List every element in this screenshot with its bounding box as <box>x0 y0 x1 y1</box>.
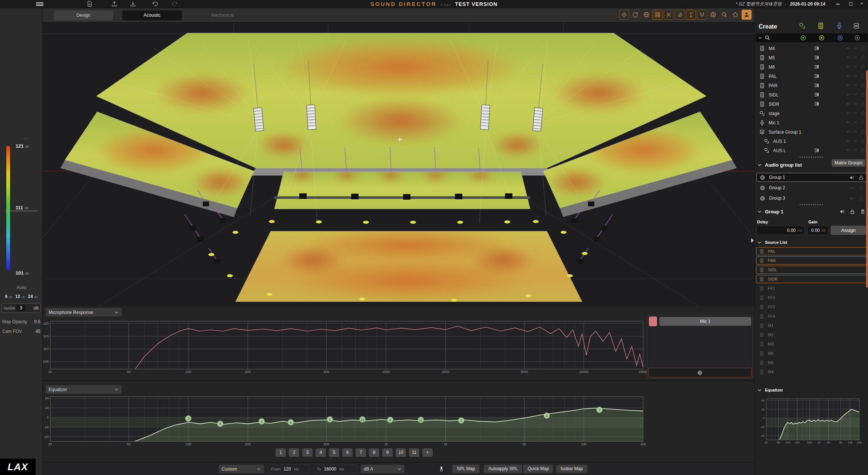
chevron-down-icon[interactable] <box>757 388 762 393</box>
grid-icon[interactable] <box>653 10 663 20</box>
measure-cross-icon[interactable] <box>664 10 674 20</box>
map-opacity-control[interactable]: Map Opacity0.5 <box>2 319 40 324</box>
speaker-icon[interactable] <box>849 186 854 190</box>
autoapply-spl-button[interactable]: Autoapply SPL <box>484 465 522 473</box>
add-microphone-icon[interactable] <box>836 22 845 31</box>
globe-icon[interactable] <box>641 10 651 20</box>
delay-input[interactable]: 0.00ms <box>756 226 805 235</box>
lock-icon[interactable] <box>861 101 865 106</box>
visibility-icon[interactable] <box>853 73 858 78</box>
visibility-icon[interactable] <box>853 92 858 97</box>
lock-icon[interactable] <box>861 55 865 60</box>
eq-band-button[interactable]: 2 <box>289 448 299 457</box>
speaker-config-icon[interactable] <box>814 55 819 60</box>
source-row[interactable]: M6 <box>756 358 867 367</box>
scene-object-row[interactable]: AUS L <box>755 146 868 155</box>
mute-icon[interactable] <box>846 120 851 125</box>
mute-icon[interactable] <box>846 138 851 143</box>
mic-color-swatch[interactable] <box>649 317 657 326</box>
filter-mics-radio[interactable] <box>837 35 843 41</box>
tab-design[interactable]: Design <box>54 10 113 20</box>
zoom-search-icon[interactable] <box>719 10 729 20</box>
tab-mechanical[interactable]: Mechanical <box>193 10 252 20</box>
visibility-icon[interactable] <box>853 101 858 106</box>
home-view-icon[interactable] <box>730 10 740 20</box>
speaker-icon[interactable] <box>839 209 845 214</box>
audio-group-row[interactable]: Group 1 <box>756 173 867 182</box>
speaker-icon[interactable] <box>849 175 854 180</box>
lock-icon[interactable] <box>861 111 865 115</box>
mic-1-button[interactable]: Mic 1 <box>659 317 751 326</box>
scene-object-row[interactable]: M6 <box>755 62 868 72</box>
scene-object-row[interactable]: M4 <box>755 44 868 53</box>
equalizer-select[interactable]: Equalizer <box>46 385 122 394</box>
lock-icon[interactable] <box>861 64 865 69</box>
visibility-icon[interactable] <box>853 83 858 88</box>
focus-selection-icon[interactable] <box>619 10 629 20</box>
orbit-sphere-icon[interactable] <box>708 10 718 20</box>
minimize-button[interactable] <box>832 0 844 8</box>
panel-scrollbar[interactable] <box>866 71 868 288</box>
source-row[interactable]: M3 <box>756 340 867 348</box>
chevron-down-icon[interactable] <box>757 240 762 245</box>
lock-icon[interactable] <box>861 46 865 50</box>
weighting-select[interactable]: dB A <box>361 465 405 473</box>
visibility-icon[interactable] <box>853 138 858 143</box>
gain-input[interactable]: 0.00dB <box>808 226 828 235</box>
scale-handle[interactable]: —— <box>22 137 28 140</box>
filter-other-radio[interactable] <box>854 35 860 41</box>
rotate-view-icon[interactable] <box>630 10 640 20</box>
mute-icon[interactable] <box>846 73 851 78</box>
source-row[interactable]: FF1 <box>756 284 867 292</box>
source-row[interactable]: M1 <box>756 321 867 330</box>
response-type-select[interactable]: Microphone Response <box>46 308 122 317</box>
source-row[interactable]: SIDL <box>756 266 867 274</box>
mute-icon[interactable] <box>846 129 851 134</box>
visibility-icon[interactable] <box>853 129 858 134</box>
lock-icon[interactable] <box>861 129 865 134</box>
db-step-button[interactable]: 12 dB <box>15 294 25 299</box>
eq-band-button[interactable]: 10 <box>396 448 406 457</box>
eq-band-button[interactable]: 5 <box>329 448 339 457</box>
scene-object-row[interactable]: PAL <box>755 72 868 81</box>
source-row[interactable]: FF3 <box>756 294 867 302</box>
visibility-icon[interactable] <box>853 148 858 153</box>
eq-band-button[interactable]: 11 <box>409 448 419 457</box>
scene-object-row[interactable]: PAR <box>755 81 868 90</box>
source-row[interactable]: M5 <box>756 349 867 357</box>
equalizer-chart[interactable]: 20100-10-20 3849510611217 20501002005001… <box>50 396 643 442</box>
unlock-icon[interactable] <box>859 196 864 201</box>
add-speaker-icon[interactable] <box>817 22 826 31</box>
source-row[interactable]: PAR <box>756 256 867 265</box>
eq-band-button[interactable]: 7 <box>356 448 366 457</box>
add-stage-icon[interactable] <box>799 22 808 31</box>
isobar-map-button[interactable]: Isobar Map <box>556 465 587 473</box>
db-step-button[interactable]: 24 dB <box>28 294 37 299</box>
scene-object-row[interactable]: SIDL <box>755 90 868 99</box>
eq-band-button[interactable]: + <box>422 448 433 457</box>
speaker-config-icon[interactable] <box>814 83 819 88</box>
source-row[interactable]: SIDR <box>756 275 867 283</box>
scene-object-row[interactable]: stage <box>755 109 868 118</box>
audio-group-row[interactable]: Group 2 <box>756 183 867 192</box>
search-icon[interactable] <box>765 35 770 40</box>
source-row[interactable]: PAL <box>756 247 867 255</box>
speaker-config-icon[interactable] <box>814 46 819 51</box>
unlock-icon[interactable] <box>850 209 855 214</box>
speaker-config-icon[interactable] <box>814 92 819 97</box>
mute-icon[interactable] <box>846 55 851 60</box>
speaker-config-icon[interactable] <box>814 101 819 107</box>
preset-select[interactable]: Custom <box>219 465 264 473</box>
chevron-down-icon[interactable] <box>757 209 762 214</box>
presenter-view-icon[interactable] <box>742 10 752 20</box>
lock-icon[interactable] <box>861 83 865 88</box>
close-button[interactable]: × <box>855 0 868 8</box>
eq-band-button[interactable]: 8 <box>369 448 379 457</box>
eq-band-button[interactable]: 1 <box>275 448 286 457</box>
eq-band-button[interactable]: 9 <box>382 448 393 457</box>
visibility-icon[interactable] <box>853 120 858 125</box>
visibility-icon[interactable] <box>853 111 858 115</box>
paint-map-icon[interactable] <box>436 465 446 473</box>
magnet-snap-icon[interactable] <box>697 10 707 20</box>
lock-icon[interactable] <box>861 148 865 153</box>
